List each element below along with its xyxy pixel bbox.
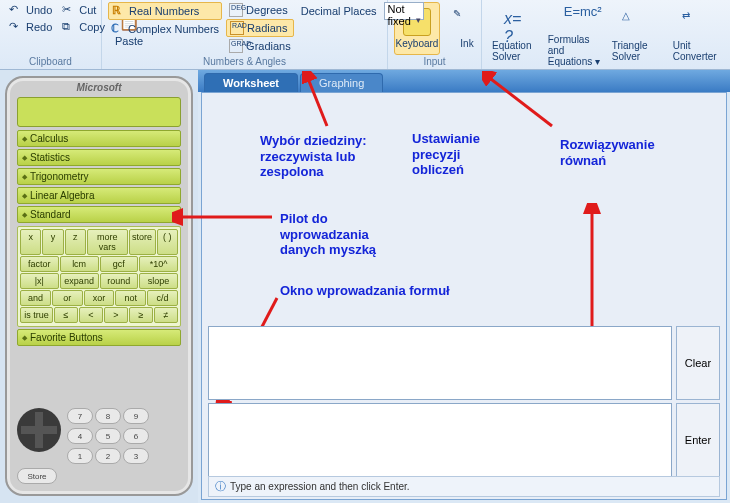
acc-standard[interactable]: Standard <box>17 206 181 223</box>
triangle-icon: △ <box>622 10 650 38</box>
acc-linear-algebra[interactable]: Linear Algebra <box>17 187 181 204</box>
clear-button[interactable]: Clear <box>676 326 720 400</box>
formulas-button[interactable]: E=mc²Formulas and Equations ▾ <box>552 2 604 69</box>
key-lt[interactable]: < <box>79 307 103 323</box>
enter-button[interactable]: Enter <box>676 403 720 477</box>
key-xor[interactable]: xor <box>84 290 115 306</box>
key-round[interactable]: round <box>100 273 139 289</box>
input-group-label: Input <box>394 55 475 69</box>
output-box <box>208 403 672 477</box>
svg-line-0 <box>307 76 327 126</box>
key-store[interactable]: store <box>129 229 156 255</box>
complex-icon: ℂ <box>111 22 125 36</box>
hwkey-store[interactable]: Store <box>17 468 57 484</box>
key-factor[interactable]: factor <box>20 256 59 272</box>
annot-precision: Ustawianie precyzji obliczeń <box>412 131 480 178</box>
hwkey-9[interactable]: 9 <box>123 408 149 424</box>
ink-icon: ✎ <box>453 8 481 36</box>
hwkey-2[interactable]: 2 <box>95 448 121 464</box>
key-y[interactable]: y <box>42 229 63 255</box>
degrees-button[interactable]: DEGDegrees <box>226 2 294 18</box>
key-x[interactable]: x <box>20 229 41 255</box>
rad-icon: RAD <box>230 21 244 35</box>
decimal-places-label: Decimal Places <box>298 4 380 18</box>
key-or[interactable]: or <box>52 290 83 306</box>
svg-line-1 <box>487 76 552 126</box>
hwkey-1[interactable]: 1 <box>67 448 93 464</box>
acc-trigonometry[interactable]: Trigonometry <box>17 168 181 185</box>
deg-icon: DEG <box>229 3 243 17</box>
annot-pilot: Pilot do wprowadzania danych myszką <box>280 211 376 258</box>
unit-converter-button[interactable]: ⇄Unit Converter <box>669 2 724 69</box>
arrow-eqsolve <box>482 71 582 131</box>
ribbon: ↶Undo ↷Redo ✂Cut ⧉Copy 📋Paste Clipboard … <box>0 0 730 70</box>
acc-calculus[interactable]: Calculus <box>17 130 181 147</box>
hwkey-3[interactable]: 3 <box>123 448 149 464</box>
key-ge[interactable]: ≥ <box>129 307 153 323</box>
hwkey-8[interactable]: 8 <box>95 408 121 424</box>
eqsolver-icon: x=? <box>504 10 532 38</box>
key-ne[interactable]: ≠ <box>154 307 178 323</box>
gradians-button[interactable]: GRADGradians <box>226 38 294 54</box>
redo-button[interactable]: ↷Redo <box>6 19 55 35</box>
numbers-group-label: Numbers & Angles <box>108 55 381 69</box>
undo-icon: ↶ <box>9 3 23 17</box>
hwkey-7[interactable]: 7 <box>67 408 93 424</box>
key-abs[interactable]: |x| <box>20 273 59 289</box>
copy-button[interactable]: ⧉Copy <box>59 19 108 35</box>
copy-icon: ⧉ <box>62 20 76 34</box>
key-istrue[interactable]: is true <box>20 307 53 323</box>
hardware-pad: 789 456 123 Store <box>7 408 191 486</box>
key-le[interactable]: ≤ <box>54 307 78 323</box>
hwkey-5[interactable]: 5 <box>95 428 121 444</box>
radians-button[interactable]: RADRadians <box>226 19 294 37</box>
real-numbers-button[interactable]: ℝReal Numbers <box>108 2 222 20</box>
tab-worksheet[interactable]: Worksheet <box>204 73 298 92</box>
device-screen <box>17 97 181 127</box>
input-box[interactable] <box>208 326 672 400</box>
scissors-icon: ✂ <box>62 3 76 17</box>
key-and[interactable]: and <box>20 290 51 306</box>
arrow-precision <box>302 71 332 131</box>
decimal-places-select[interactable]: Not fixed <box>384 2 424 20</box>
annot-eqsolve: Rozwiązywanie równań <box>560 137 655 168</box>
worksheet-body: Wybór dziedziny: rzeczywista lub zespolo… <box>201 92 727 500</box>
complex-numbers-button[interactable]: ℂComplex Numbers <box>108 21 222 37</box>
device-brand: Microsoft <box>7 78 191 95</box>
key-morevars[interactable]: more vars <box>87 229 128 255</box>
annot-input: Okno wprowadzania formuł <box>280 283 450 299</box>
triangle-solver-button[interactable]: △Triangle Solver <box>608 2 665 69</box>
standard-keypad: xyzmore varsstore( ) factorlcmgcf*10^ |x… <box>17 226 181 327</box>
cut-button[interactable]: ✂Cut <box>59 2 108 18</box>
calculator-device: Microsoft Calculus Statistics Trigonomet… <box>5 76 193 496</box>
key-lcm[interactable]: lcm <box>60 256 99 272</box>
status-bar: Type an expression and then click Enter. <box>208 476 720 497</box>
equation-solver-button[interactable]: x=?Equation Solver <box>488 2 548 69</box>
worksheet-tabs: Worksheet Graphing <box>198 70 730 92</box>
key-z[interactable]: z <box>65 229 86 255</box>
clipboard-group-label: Clipboard <box>6 55 95 69</box>
annot-domain: Wybór dziedziny: rzeczywista lub zespolo… <box>260 133 367 180</box>
redo-icon: ↷ <box>9 20 23 34</box>
unit-icon: ⇄ <box>682 10 710 38</box>
hwkey-6[interactable]: 6 <box>123 428 149 444</box>
key-parens[interactable]: ( ) <box>157 229 178 255</box>
key-exp10[interactable]: *10^ <box>139 256 178 272</box>
input-pad-panel: Microsoft Calculus Statistics Trigonomet… <box>0 70 198 503</box>
key-gt[interactable]: > <box>104 307 128 323</box>
key-not[interactable]: not <box>115 290 146 306</box>
key-gcf[interactable]: gcf <box>100 256 139 272</box>
hwkey-4[interactable]: 4 <box>67 428 93 444</box>
arrow-pilot <box>172 207 282 227</box>
acc-statistics[interactable]: Statistics <box>17 149 181 166</box>
grad-icon: GRAD <box>229 39 243 53</box>
key-frac[interactable]: c/d <box>147 290 178 306</box>
undo-button[interactable]: ↶Undo <box>6 2 55 18</box>
key-slope[interactable]: slope <box>139 273 178 289</box>
key-expand[interactable]: expand <box>60 273 99 289</box>
acc-favorite[interactable]: Favorite Buttons <box>17 329 181 346</box>
formulas-icon: E=mc² <box>564 4 592 32</box>
real-icon: ℝ <box>112 4 126 18</box>
dpad[interactable] <box>17 408 61 452</box>
